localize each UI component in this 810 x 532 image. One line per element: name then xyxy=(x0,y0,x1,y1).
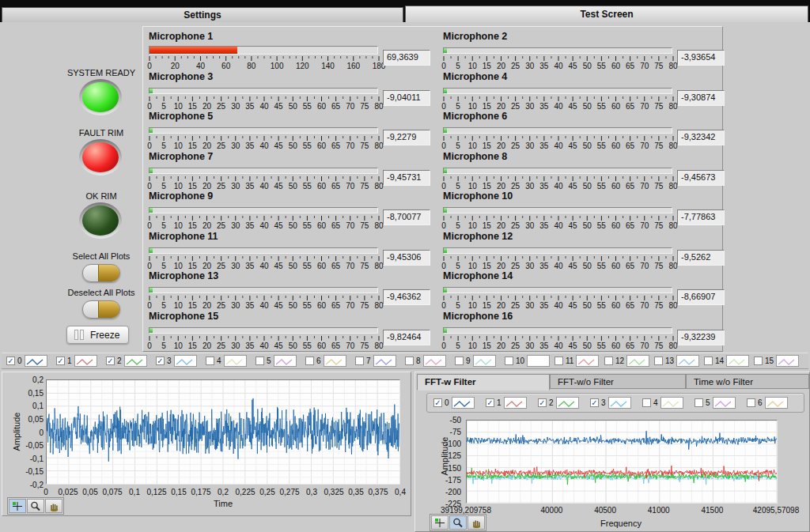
mic-value[interactable]: -9,45306 xyxy=(383,250,430,266)
mic-value[interactable]: -9,32342 xyxy=(677,130,725,145)
mic-slider[interactable] xyxy=(443,327,672,334)
fft-plot-area[interactable] xyxy=(466,420,778,504)
plot-style-icon[interactable] xyxy=(224,355,247,367)
plot-style-icon[interactable] xyxy=(504,397,527,409)
mic-slider[interactable] xyxy=(149,287,378,293)
legend-checkbox[interactable]: ✓ xyxy=(538,398,547,407)
time-crosshair-tool[interactable] xyxy=(9,499,26,513)
mic-slider[interactable] xyxy=(149,247,378,254)
mic-value[interactable]: -9,5262 xyxy=(677,250,725,266)
system-ready-led[interactable] xyxy=(79,79,122,115)
legend-checkbox[interactable] xyxy=(255,357,264,365)
mic-slider[interactable] xyxy=(443,47,672,54)
legend-checkbox[interactable]: ✓ xyxy=(156,357,165,365)
select-all-plots-toggle[interactable] xyxy=(82,264,120,282)
mic-value[interactable]: -9,32239 xyxy=(677,330,725,345)
mic-slider[interactable] xyxy=(149,168,378,174)
mic-value[interactable]: -9,04011 xyxy=(383,90,430,106)
time-zoom-tool[interactable] xyxy=(27,499,44,513)
plot-style-icon[interactable] xyxy=(776,355,799,367)
deselect-all-plots-toggle[interactable] xyxy=(82,300,120,319)
mic-value[interactable]: -9,46362 xyxy=(383,289,430,305)
plot-style-icon[interactable] xyxy=(608,397,631,409)
legend-checkbox[interactable] xyxy=(654,357,663,365)
plot-style-icon[interactable] xyxy=(373,355,396,367)
mic-slider[interactable] xyxy=(443,168,672,174)
mic-value[interactable]: -9,82464 xyxy=(383,330,430,345)
plot-style-icon[interactable] xyxy=(74,355,97,367)
legend-checkbox[interactable] xyxy=(754,357,763,365)
mic-slider[interactable] xyxy=(149,88,378,94)
legend-checkbox[interactable] xyxy=(604,357,613,365)
mic-value[interactable]: -9,45731 xyxy=(383,170,430,186)
legend-checkbox[interactable] xyxy=(555,357,563,365)
plot-style-icon[interactable] xyxy=(726,355,749,367)
legend-checkbox[interactable] xyxy=(695,398,703,407)
mic-slider[interactable] xyxy=(443,88,672,94)
plot-style-icon[interactable] xyxy=(713,397,736,409)
mic-slider[interactable] xyxy=(443,207,672,213)
plot-style-icon[interactable] xyxy=(556,397,579,409)
legend-checkbox[interactable] xyxy=(206,357,214,365)
mic-slider[interactable] xyxy=(443,127,672,134)
legend-checkbox[interactable] xyxy=(455,357,464,365)
mic-value[interactable]: -8,66907 xyxy=(677,289,725,305)
fft-pan-tool[interactable] xyxy=(467,515,485,530)
fft-tab-time-w-o-filter[interactable]: Time w/o Filter xyxy=(686,374,809,389)
time-x-axis-label: Time xyxy=(191,499,255,508)
legend-checkbox[interactable]: ✓ xyxy=(590,398,599,407)
mic-slider[interactable] xyxy=(443,247,672,254)
freeze-button[interactable]: Freeze xyxy=(66,326,129,344)
legend-checkbox[interactable] xyxy=(355,357,364,365)
fft-crosshair-tool[interactable] xyxy=(431,515,449,530)
mic-value[interactable]: -9,45673 xyxy=(677,170,725,186)
plot-style-icon[interactable] xyxy=(473,355,496,367)
fault-rim-led[interactable] xyxy=(79,139,122,175)
plot-style-icon[interactable] xyxy=(527,355,550,367)
legend-checkbox[interactable]: ✓ xyxy=(6,357,15,365)
legend-checkbox[interactable] xyxy=(405,357,414,365)
legend-checkbox[interactable] xyxy=(642,398,651,407)
mic-value[interactable]: -7,77863 xyxy=(677,209,725,225)
mic-slider[interactable] xyxy=(443,287,672,293)
plot-style-icon[interactable] xyxy=(324,355,346,367)
mic-scale-labels: 05101520253035404550556065707580 xyxy=(149,262,380,271)
plot-style-icon[interactable] xyxy=(765,397,788,409)
time-pan-tool[interactable] xyxy=(45,499,62,513)
mic-value[interactable]: -9,2279 xyxy=(383,130,430,145)
mic-value[interactable]: -9,30874 xyxy=(677,90,725,106)
legend-checkbox[interactable]: ✓ xyxy=(486,398,494,407)
legend-checkbox[interactable] xyxy=(747,398,755,407)
mic-slider[interactable] xyxy=(149,46,378,55)
mic-slider[interactable] xyxy=(149,127,378,134)
plot-style-icon[interactable] xyxy=(626,355,649,367)
led-lamp xyxy=(82,82,119,112)
plot-style-icon[interactable] xyxy=(676,355,699,367)
plot-style-icon[interactable] xyxy=(25,355,47,367)
legend-checkbox[interactable]: ✓ xyxy=(106,357,115,365)
plot-style-icon[interactable] xyxy=(423,355,446,367)
fft-zoom-tool[interactable] xyxy=(449,515,467,530)
mic-slider[interactable] xyxy=(149,327,378,334)
legend-checkbox[interactable] xyxy=(305,357,314,365)
mic-slider[interactable] xyxy=(149,207,378,213)
legend-checkbox[interactable]: ✓ xyxy=(56,357,65,365)
fft-tab-fft-w-o-filter[interactable]: FFT-w/o Filter xyxy=(550,374,686,389)
plot-style-icon[interactable] xyxy=(274,355,297,367)
plot-style-icon[interactable] xyxy=(660,397,683,409)
time-plot-area[interactable] xyxy=(46,379,400,485)
plot-style-icon[interactable] xyxy=(174,355,197,367)
mic-value[interactable]: 69,3639 xyxy=(383,50,430,66)
ok-rim-led[interactable] xyxy=(79,202,122,239)
mic-value[interactable]: -8,70077 xyxy=(383,209,430,225)
plot-style-icon[interactable] xyxy=(576,355,599,367)
tab-settings[interactable]: Settings xyxy=(2,7,403,22)
tab-test-screen[interactable]: Test Screen xyxy=(405,6,808,22)
legend-checkbox[interactable] xyxy=(505,357,513,365)
plot-style-icon[interactable] xyxy=(452,397,475,409)
fft-tab-fft-w-filter[interactable]: FFT-w Filter xyxy=(417,374,550,391)
plot-style-icon[interactable] xyxy=(124,355,147,367)
legend-checkbox[interactable] xyxy=(704,357,713,365)
legend-checkbox[interactable]: ✓ xyxy=(433,398,442,407)
mic-value[interactable]: -3,93654 xyxy=(677,50,725,66)
